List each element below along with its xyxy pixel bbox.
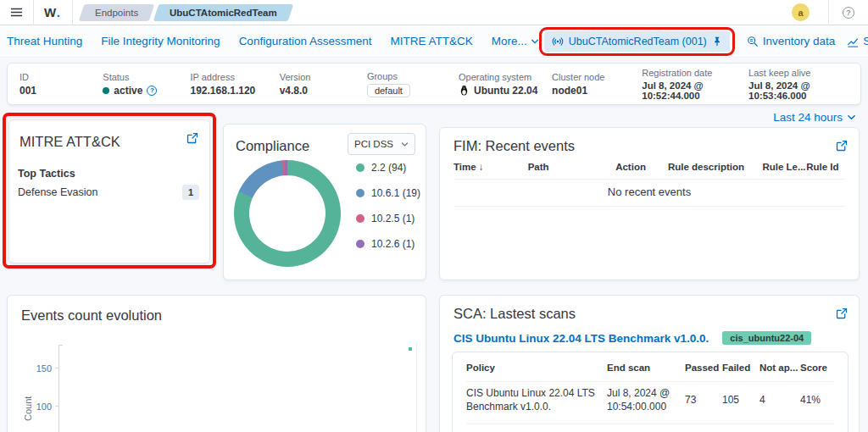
empty-message: No recent events [440, 186, 859, 198]
menu-icon[interactable] [0, 0, 34, 25]
agent-registration-field: Registration date Jul 8, 2024 @ 10:52:44… [642, 68, 748, 101]
stats-chart-icon [847, 36, 859, 47]
agent-selector-button[interactable]: UbuCTAtomicRedTeam (001) [544, 31, 730, 52]
agent-groups-field: Groups default [367, 71, 459, 97]
agent-os-field: Operating system Ubuntu 22.04 [459, 72, 552, 97]
wazuh-agent-dashboard: W. Endpoints UbuCTAtomicRedTeam a ? Thre… [0, 0, 868, 432]
logo-text: W [44, 5, 57, 19]
divider [466, 424, 834, 424]
breadcrumb-endpoints[interactable]: Endpoints [79, 4, 155, 21]
legend-item: 2.2 (94) [356, 162, 420, 174]
pin-icon[interactable] [712, 36, 722, 47]
sca-policy-row: CIS Ubuntu Linux 22.04 LTS Benchmark v1.… [453, 331, 811, 345]
annotation-box-agent: UbuCTAtomicRedTeam (001) [539, 27, 735, 56]
sort-desc-icon: ↓ [479, 162, 484, 172]
mitre-attck-panel: MITRE ATT&CK Top Tactics Defense Evasion… [8, 119, 210, 263]
time-range-selector[interactable]: Last 24 hours [773, 111, 856, 124]
tactic-row[interactable]: Defense Evasion 1 [18, 185, 199, 200]
open-sca-icon[interactable] [836, 307, 848, 319]
agent-status-field: Status active ? [103, 72, 190, 97]
y-tick-100: 100 [30, 402, 52, 412]
column-not-applicable: Not ap... [760, 363, 800, 373]
group-chip[interactable]: default [367, 84, 410, 97]
column-rule-description: Rule description [668, 162, 763, 172]
column-end-scan: End scan [607, 363, 685, 373]
legend-dot [356, 240, 364, 248]
column-time[interactable]: Time ↓ [453, 162, 528, 172]
sca-scan-row[interactable]: CIS Ubuntu Linux 22.04 LTS Benchmark v1.… [466, 386, 834, 413]
topbar-right: a ? [792, 0, 868, 25]
compliance-donut [234, 160, 341, 267]
chevron-down-icon [531, 37, 539, 46]
events-data-point [409, 347, 412, 351]
nav-right-actions: UbuCTAtomicRedTeam (001) Inventory data … [539, 27, 868, 56]
tab-configuration-assessment[interactable]: Configuration Assessment [239, 35, 372, 47]
column-rule-id: Rule Id [806, 162, 845, 172]
open-mitre-icon[interactable] [186, 132, 198, 144]
panel-title: Compliance [236, 138, 309, 154]
panel-title: MITRE ATT&CK [19, 134, 120, 150]
legend-item: 10.2.5 (1) [356, 213, 420, 224]
tab-more[interactable]: More... [492, 35, 539, 47]
tab-threat-hunting[interactable]: Threat Hunting [7, 35, 82, 47]
agent-info-card: ID 001 Status active ? IP address 192.16… [7, 63, 861, 105]
sca-table-card: Policy End scan Passed Failed Not ap... … [452, 352, 849, 432]
y-tick-mark [55, 406, 58, 407]
events-count-evolution-panel: Events count evolution Count 150 100 [7, 295, 426, 432]
legend-item: 10.2.6 (1) [356, 238, 420, 250]
chevron-down-icon [847, 113, 856, 122]
agent-ip-field: IP address 192.168.1.120 [191, 72, 280, 97]
wazuh-logo[interactable]: W. [34, 0, 73, 25]
help-icon[interactable]: ? [843, 7, 854, 19]
column-score: Score [800, 363, 834, 373]
column-failed: Failed [722, 363, 760, 373]
compliance-select[interactable]: PCI DSS [348, 133, 415, 155]
column-policy: Policy [466, 363, 607, 373]
breadcrumb: Endpoints UbuCTAtomicRedTeam [81, 4, 290, 21]
policy-link[interactable]: CIS Ubuntu Linux 22.04 LTS Benchmark v1.… [453, 332, 709, 345]
legend-dot [356, 214, 364, 223]
sca-table-header: Policy End scan Passed Failed Not ap... … [466, 363, 834, 373]
tab-file-integrity-monitoring[interactable]: File Integrity Monitoring [101, 35, 220, 47]
status-help-icon[interactable]: ? [147, 86, 157, 96]
y-tick-150: 150 [30, 363, 52, 374]
policy-id-badge: cis_ubuntu22-04 [722, 331, 811, 345]
panel-title: FIM: Recent events [453, 138, 575, 154]
divider [466, 381, 834, 382]
compliance-panel: Compliance PCI DSS 2.2 (94) 10.6.1 (19) … [223, 124, 426, 280]
top-bar: W. Endpoints UbuCTAtomicRedTeam a ? [0, 0, 868, 25]
nav-links: Threat Hunting File Integrity Monitoring… [0, 35, 539, 47]
tab-mitre-attck[interactable]: MITRE ATT&CK [390, 35, 472, 47]
chevron-down-icon [401, 141, 409, 148]
divider [828, 0, 829, 25]
legend-dot [356, 163, 364, 172]
agent-version-field: Version v4.8.0 [280, 72, 367, 97]
top-tactics-heading: Top Tactics [18, 168, 75, 180]
breadcrumb-agent[interactable]: UbuCTAtomicRedTeam [153, 4, 292, 21]
open-fim-icon[interactable] [836, 140, 848, 152]
inspect-icon [747, 36, 759, 47]
status-dot [103, 87, 109, 94]
column-passed: Passed [685, 363, 722, 373]
divider [453, 179, 845, 180]
avatar[interactable]: a [792, 3, 810, 21]
y-tick-mark [55, 368, 58, 368]
inventory-data-button[interactable]: Inventory data [747, 35, 836, 47]
panel-title: SCA: Lastest scans [453, 306, 576, 322]
stats-button[interactable]: Stats [847, 35, 868, 47]
linux-penguin-icon [459, 85, 470, 96]
legend-item: 10.6.1 (19) [356, 187, 420, 199]
agent-cluster-field: Cluster node node01 [552, 72, 642, 97]
status-text: active [114, 85, 142, 97]
fim-recent-events-panel: FIM: Recent events Time ↓ Path Action Ru… [439, 127, 860, 280]
y-axis [58, 345, 59, 432]
legend-dot [356, 189, 364, 197]
logo-dot: . [57, 5, 61, 19]
divider [453, 206, 845, 207]
column-action: Action [615, 162, 668, 172]
chart-gridline [416, 343, 417, 432]
y-axis-tick [58, 345, 63, 346]
agent-signal-icon [552, 36, 564, 47]
compliance-legend: 2.2 (94) 10.6.1 (19) 10.2.5 (1) 10.2.6 (… [356, 162, 420, 250]
agent-keepalive-field: Last keep alive Jul 8, 2024 @ 10:53:46.0… [748, 68, 849, 101]
